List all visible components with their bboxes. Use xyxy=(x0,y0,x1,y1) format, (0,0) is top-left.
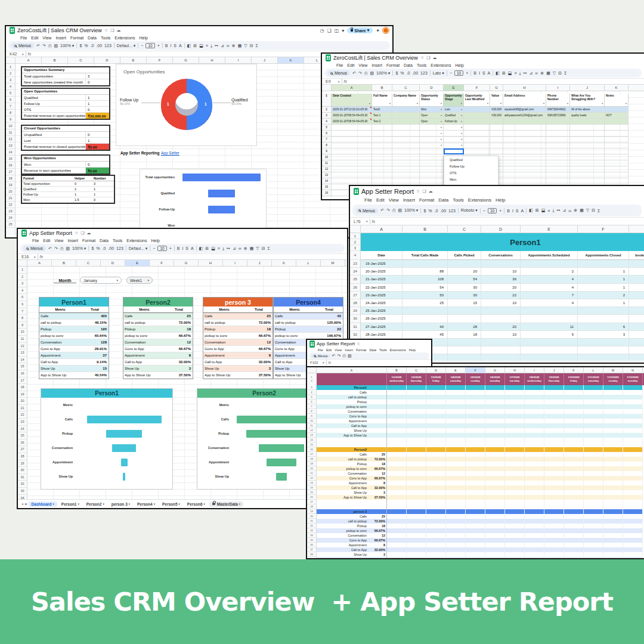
row-number[interactable]: 7 xyxy=(322,137,332,143)
fill-color-icon[interactable]: ◧ xyxy=(529,208,533,213)
row-number-25[interactable]: 25 xyxy=(350,275,360,283)
empty-cell[interactable] xyxy=(466,452,485,457)
sheets-logo-icon[interactable] xyxy=(21,230,27,237)
tab-caret-icon[interactable]: ▾ xyxy=(179,503,180,506)
cell-value[interactable]: 36 xyxy=(481,275,521,283)
row-number[interactable]: 2 xyxy=(322,107,332,113)
menus-pill[interactable]: Menus xyxy=(327,70,350,76)
row-number-34[interactable]: 34 xyxy=(307,533,317,538)
cell-email[interactable] xyxy=(503,137,546,143)
zoom-select[interactable]: 100% ▾ xyxy=(376,71,390,76)
empty-cell[interactable] xyxy=(544,557,564,559)
empty-cell[interactable] xyxy=(544,481,564,485)
paint-format-icon[interactable]: ▧ xyxy=(348,354,352,358)
column-header-E[interactable]: E xyxy=(521,225,578,233)
empty-cell[interactable] xyxy=(544,400,564,404)
cell-company[interactable] xyxy=(392,125,420,131)
cell-phone[interactable] xyxy=(546,154,570,160)
borders-icon[interactable]: ⊞ xyxy=(535,208,539,213)
empty-cell[interactable] xyxy=(426,471,446,476)
star-icon[interactable]: ☆ xyxy=(104,28,108,33)
empty-cell[interactable] xyxy=(564,495,584,500)
column-header-L[interactable]: L xyxy=(584,367,603,373)
dropdown-option-won[interactable]: Won xyxy=(444,176,498,182)
empty-cell[interactable] xyxy=(564,557,584,559)
empty-cell[interactable] xyxy=(446,524,466,528)
cell-value[interactable] xyxy=(521,307,578,315)
empty-cell[interactable] xyxy=(407,538,426,543)
empty-cell[interactable] xyxy=(485,533,505,538)
text-color-icon[interactable]: A xyxy=(191,246,194,250)
menu-insert[interactable]: Insert xyxy=(55,36,66,40)
row-number-14[interactable]: 14 xyxy=(6,149,15,156)
row-number-16[interactable]: 16 xyxy=(307,447,317,452)
empty-cell[interactable] xyxy=(485,481,505,485)
cell-notes[interactable] xyxy=(605,154,628,160)
cell-status[interactable]: ▾ xyxy=(420,131,444,137)
empty-cell[interactable] xyxy=(446,447,466,452)
vertical-align-icon[interactable]: ⤓ xyxy=(552,208,554,213)
name-box[interactable]: E16 xyxy=(21,255,32,259)
row-number-27[interactable]: 27 xyxy=(307,500,317,504)
empty-cell[interactable] xyxy=(426,524,446,528)
empty-cell[interactable] xyxy=(485,485,505,490)
column-header-E[interactable]: E xyxy=(444,85,464,91)
empty-cell[interactable] xyxy=(446,452,466,457)
column-header-E[interactable]: E xyxy=(446,367,466,373)
empty-cell[interactable] xyxy=(525,428,544,433)
row-number-5[interactable]: 5 xyxy=(18,294,27,301)
empty-cell[interactable] xyxy=(426,457,446,462)
decrease-font-size-icon[interactable]: − xyxy=(141,44,143,48)
row-number-11[interactable]: 11 xyxy=(307,423,317,428)
fill-color-icon[interactable]: ◧ xyxy=(199,246,203,251)
row-number-26[interactable]: 26 xyxy=(307,495,317,500)
cell-date[interactable]: 27-Jan-2025 xyxy=(361,323,402,331)
cell-phone[interactable] xyxy=(546,125,570,131)
empty-cell[interactable] xyxy=(544,509,564,514)
empty-cell[interactable] xyxy=(623,500,643,504)
empty-cell[interactable] xyxy=(623,390,643,395)
empty-cell[interactable] xyxy=(584,543,603,547)
cell-value[interactable]: 10 xyxy=(481,331,521,339)
cell-email[interactable] xyxy=(503,125,546,131)
font-select[interactable]: Roboto ▾ xyxy=(461,208,478,213)
empty-cell[interactable] xyxy=(505,409,525,414)
cell-company[interactable] xyxy=(392,160,420,166)
cell-company[interactable] xyxy=(392,113,420,119)
empty-cell[interactable] xyxy=(407,404,426,409)
menu-tools[interactable]: Tools xyxy=(379,348,387,352)
empty-cell[interactable] xyxy=(544,547,564,552)
empty-cell[interactable] xyxy=(584,524,603,528)
cell-name[interactable] xyxy=(372,154,392,160)
empty-cell[interactable] xyxy=(584,528,603,533)
empty-cell[interactable] xyxy=(525,409,544,414)
empty-cell[interactable] xyxy=(426,447,446,452)
empty-cell[interactable] xyxy=(544,390,564,395)
empty-cell[interactable] xyxy=(485,519,505,524)
empty-cell[interactable] xyxy=(446,409,466,414)
row-number[interactable]: 5 xyxy=(322,125,332,131)
empty-cell[interactable] xyxy=(485,538,505,543)
column-header-M[interactable]: M xyxy=(603,367,623,373)
empty-cell[interactable] xyxy=(564,409,584,414)
empty-cell[interactable] xyxy=(525,490,544,495)
cell-value[interactable]: 4 xyxy=(521,284,578,292)
empty-cell[interactable] xyxy=(387,452,407,457)
column-header-D[interactable]: D xyxy=(481,225,521,233)
column-header-G[interactable]: G xyxy=(174,260,199,266)
empty-cell[interactable] xyxy=(584,423,603,428)
empty-cell[interactable] xyxy=(446,528,466,533)
empty-cell[interactable] xyxy=(603,428,623,433)
empty-cell[interactable] xyxy=(544,462,564,466)
row-number-9[interactable]: 9 xyxy=(6,116,15,123)
crm-header-10[interactable]: What Are You Struggling With?▼ xyxy=(570,94,605,107)
empty-cell[interactable] xyxy=(505,385,525,390)
cell-notes[interactable] xyxy=(605,119,628,125)
menu-insert[interactable]: Insert xyxy=(403,197,415,203)
empty-cell[interactable] xyxy=(426,528,446,533)
empty-cell[interactable] xyxy=(603,385,623,390)
cloud-status-icon[interactable]: ☁ xyxy=(87,231,91,236)
empty-cell[interactable] xyxy=(446,481,466,485)
empty-cell[interactable] xyxy=(505,452,525,457)
empty-cell[interactable] xyxy=(623,433,643,438)
